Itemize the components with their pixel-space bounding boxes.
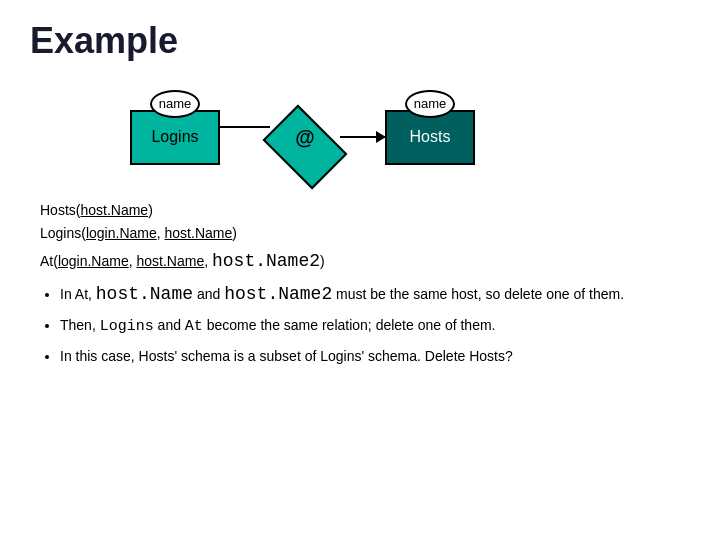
logins-login-name: login.Name <box>86 225 157 241</box>
page-title: Example <box>30 20 690 62</box>
hosts-relation: Hosts(host.Name) <box>40 200 690 221</box>
at-host-name2: host.Name2 <box>212 251 320 271</box>
bullet-item-2: Then, Logins and At become the same rela… <box>60 315 690 338</box>
logins-entity: name Logins <box>130 90 220 165</box>
at-label: @ <box>295 126 315 149</box>
at-login-name: login.Name <box>58 253 129 269</box>
arrow-connector <box>340 136 385 138</box>
logins-host-name: host.Name <box>165 225 233 241</box>
bullet-list: In At, host.Name and host.Name2 must be … <box>60 281 690 366</box>
content-area: Hosts(host.Name) Logins(login.Name, host… <box>40 200 690 366</box>
at-relation: At(login.Name, host.Name, host.Name2) <box>40 248 690 275</box>
logins-box: Logins <box>130 110 220 165</box>
hosts-box: Hosts <box>385 110 475 165</box>
hosts-name-label: name <box>405 90 455 118</box>
bullet1-hostname2: host.Name2 <box>224 284 332 304</box>
hosts-host-name: host.Name <box>80 202 148 218</box>
hosts-entity: name Hosts <box>385 90 475 165</box>
logins-relation-text: Logins(login.Name, host.Name) <box>40 225 237 241</box>
bullet2-logins: Logins <box>100 318 154 335</box>
bullet-item-1: In At, host.Name and host.Name2 must be … <box>60 281 690 307</box>
at-host-name: host.Name <box>137 253 205 269</box>
page: Example name Logins @ name Hosts Hos <box>0 0 720 540</box>
hosts-relation-text: Hosts(host.Name) <box>40 202 153 218</box>
at-diamond-wrap: @ <box>270 102 340 172</box>
logins-name-label: name <box>150 90 200 118</box>
bullet1-hostname: host.Name <box>96 284 193 304</box>
diagram: name Logins @ name Hosts <box>130 72 690 182</box>
line-logins-at <box>220 126 270 128</box>
bullet-item-3: In this case, Hosts' schema is a subset … <box>60 346 690 366</box>
arrow-line <box>340 136 385 138</box>
logins-relation: Logins(login.Name, host.Name) <box>40 223 690 244</box>
bullet2-at: At <box>185 318 203 335</box>
